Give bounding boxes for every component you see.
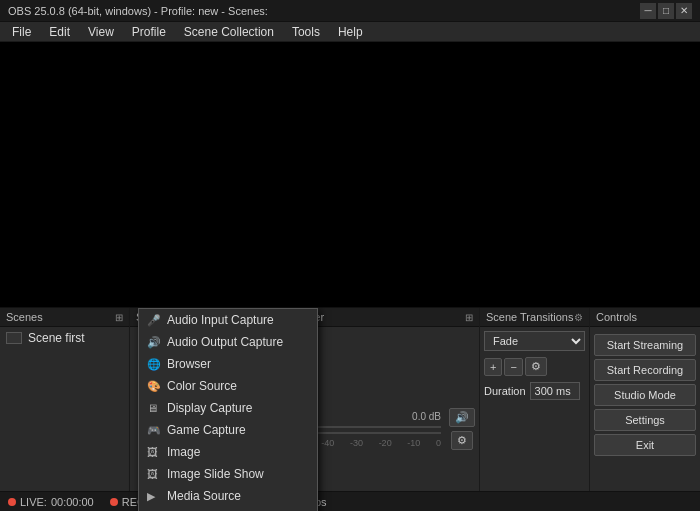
ctx-item-icon: 🖥 — [147, 402, 158, 414]
ctx-item-label: Display Capture — [167, 401, 252, 415]
transitions-header: Scene Transitions ⚙ — [480, 308, 589, 327]
transitions-settings-icon[interactable]: ⚙ — [574, 312, 583, 323]
transition-add-button[interactable]: + — [484, 358, 502, 376]
menu-item-tools[interactable]: Tools — [284, 23, 328, 41]
status-bar: LIVE: 00:00:00 REC: 00:00:00 CPU: 0.3% 3… — [0, 491, 700, 511]
ctx-item-label: Audio Output Capture — [167, 335, 283, 349]
context-menu-item-color-source[interactable]: 🎨Color Source — [139, 375, 317, 397]
ctx-item-label: Audio Input Capture — [167, 313, 274, 327]
context-menu: 🎤Audio Input Capture🔊Audio Output Captur… — [138, 308, 318, 511]
menu-item-edit[interactable]: Edit — [41, 23, 78, 41]
context-menu-item-scene[interactable]: 🎬Scene — [139, 507, 317, 511]
title-controls: ─ □ ✕ — [640, 3, 692, 19]
ctx-item-icon: 🌐 — [147, 358, 161, 371]
studio-mode-button[interactable]: Studio Mode — [594, 384, 696, 406]
close-button[interactable]: ✕ — [676, 3, 692, 19]
menu-item-profile[interactable]: Profile — [124, 23, 174, 41]
menu-item-view[interactable]: View — [80, 23, 122, 41]
context-menu-item-image-slide-show[interactable]: 🖼Image Slide Show — [139, 463, 317, 485]
context-menu-item-game-capture[interactable]: 🎮Game Capture — [139, 419, 317, 441]
live-label: LIVE: — [20, 496, 47, 508]
duration-label: Duration — [484, 385, 526, 397]
context-menu-item-audio-output-capture[interactable]: 🔊Audio Output Capture — [139, 331, 317, 353]
context-menu-item-audio-input-capture[interactable]: 🎤Audio Input Capture — [139, 309, 317, 331]
scenes-panel: Scenes ⊞ Scene first + − ∧ ∨ — [0, 308, 130, 511]
start-recording-button[interactable]: Start Recording — [594, 359, 696, 381]
minimize-button[interactable]: ─ — [640, 3, 656, 19]
start-streaming-button[interactable]: Start Streaming — [594, 334, 696, 356]
menu-item-help[interactable]: Help — [330, 23, 371, 41]
duration-row: Duration — [480, 378, 589, 404]
scenes-header: Scenes ⊞ — [0, 308, 129, 327]
scenes-title: Scenes — [6, 311, 43, 323]
menu-item-file[interactable]: File — [4, 23, 39, 41]
scene-name: Scene first — [28, 331, 85, 345]
scene-thumbnail — [6, 332, 22, 344]
context-menu-item-image[interactable]: 🖼Image — [139, 441, 317, 463]
live-indicator — [8, 498, 16, 506]
menu-bar: FileEditViewProfileScene CollectionTools… — [0, 22, 700, 42]
audio-vol-controls: 🔊 ⚙ — [449, 408, 475, 450]
maximize-button[interactable]: □ — [658, 3, 674, 19]
scene-item[interactable]: Scene first — [0, 327, 129, 349]
ctx-item-icon: 🔊 — [147, 336, 161, 349]
ctx-item-icon: ▶ — [147, 490, 155, 503]
exit-button[interactable]: Exit — [594, 434, 696, 456]
controls-header: Controls — [590, 308, 700, 327]
live-time: 00:00:00 — [51, 496, 94, 508]
ctx-item-icon: 🎤 — [147, 314, 161, 327]
live-status: LIVE: 00:00:00 — [8, 496, 94, 508]
ctx-item-label: Image Slide Show — [167, 467, 264, 481]
sources-panel: Source 🎤Audio Input Capture🔊Audio Output… — [130, 308, 260, 511]
duration-input[interactable] — [530, 382, 580, 400]
settings-button[interactable]: Settings — [594, 409, 696, 431]
rec-indicator — [110, 498, 118, 506]
context-menu-item-media-source[interactable]: ▶Media Source — [139, 485, 317, 507]
menu-item-scene-collection[interactable]: Scene Collection — [176, 23, 282, 41]
ctx-item-icon: 🎨 — [147, 380, 161, 393]
window-title: OBS 25.0.8 (64-bit, windows) - Profile: … — [8, 5, 640, 17]
transitions-panel: Scene Transitions ⚙ Fade Cut Stinger Sli… — [480, 308, 590, 511]
controls-panel: Controls Start Streaming Start Recording… — [590, 308, 700, 511]
transition-remove-button[interactable]: − — [504, 358, 522, 376]
preview-area — [0, 42, 700, 307]
transition-add-remove: + − ⚙ — [480, 355, 589, 378]
bottom-panel: Scenes ⊞ Scene first + − ∧ ∨ Source 🎤Aud… — [0, 307, 700, 511]
audio-mixer-icon[interactable]: ⊞ — [465, 312, 473, 323]
context-menu-item-browser[interactable]: 🌐Browser — [139, 353, 317, 375]
audio-mute-button[interactable]: 🔊 — [449, 408, 475, 427]
transition-select[interactable]: Fade Cut Stinger Slide — [484, 331, 585, 351]
audio-settings-button[interactable]: ⚙ — [451, 431, 473, 450]
ctx-item-label: Browser — [167, 357, 211, 371]
ctx-item-label: Color Source — [167, 379, 237, 393]
ctx-item-icon: 🖼 — [147, 468, 158, 480]
context-menu-item-display-capture[interactable]: 🖥Display Capture — [139, 397, 317, 419]
scenes-icon[interactable]: ⊞ — [115, 312, 123, 323]
ctx-item-label: Game Capture — [167, 423, 246, 437]
controls-title: Controls — [596, 311, 637, 323]
ctx-item-icon: 🖼 — [147, 446, 158, 458]
ctx-item-label: Media Source — [167, 489, 241, 503]
title-bar: OBS 25.0.8 (64-bit, windows) - Profile: … — [0, 0, 700, 22]
audio-db-value: 0.0 dB — [412, 411, 441, 422]
transition-gear-button[interactable]: ⚙ — [525, 357, 547, 376]
ctx-item-icon: 🎮 — [147, 424, 161, 437]
ctx-item-label: Image — [167, 445, 200, 459]
transitions-title: Scene Transitions — [486, 311, 573, 323]
